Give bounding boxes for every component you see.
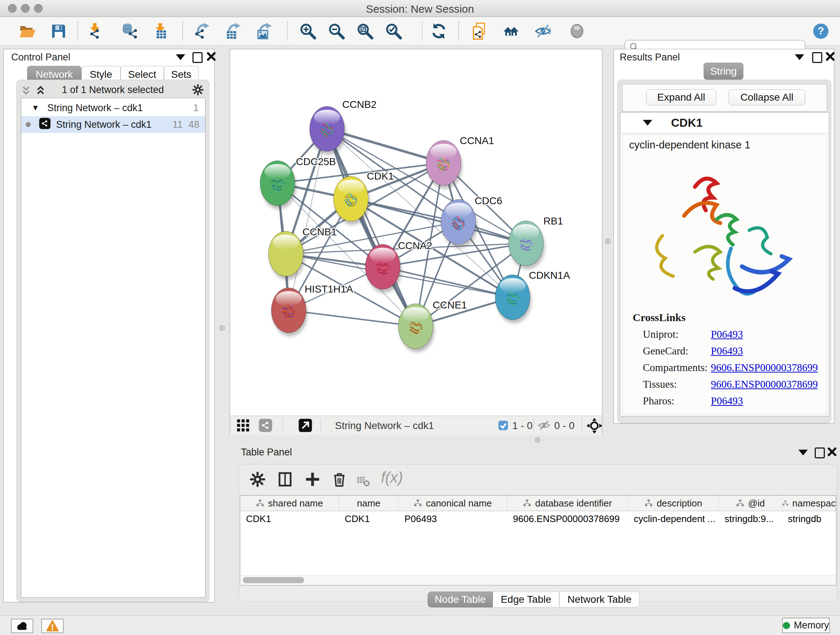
toolbar-separator [458,21,459,40]
import-table-button[interactable] [150,21,171,41]
network-canvas[interactable]: CCNB2CCNA1CDC25BCDK1CDC6RB1CCNB1CCNA2CDK… [230,49,602,415]
gear-icon[interactable] [249,471,266,489]
crosslinks-list: Uniprot:P06493GeneCard:P06493Compartment… [643,326,824,409]
toolbar-separator [287,21,287,40]
tab-network-table[interactable]: Network Table [559,592,639,608]
import-network-button[interactable] [85,21,105,41]
open-folder-button[interactable] [17,21,37,41]
table-cell[interactable]: P06493 [399,511,507,526]
table-cell[interactable]: stringdb [782,511,836,526]
panel-menu-caret-icon[interactable] [795,54,804,60]
network-collection-row[interactable]: ▼ String Network – cdk1 1 [21,100,205,116]
import-database-button[interactable] [120,21,141,41]
main-toolbar: ? [0,17,840,45]
panel-close-icon[interactable] [827,447,837,458]
panel-float-icon[interactable] [193,52,202,63]
help-button[interactable]: ? [811,21,831,41]
panel-float-icon[interactable] [815,448,825,458]
column-header-description[interactable]: description [628,496,719,511]
edge-CCNE1-HIST1H1A[interactable] [289,310,416,326]
homes-button[interactable] [502,21,522,41]
collapse-section-icon[interactable] [643,120,652,126]
crosslink-value-link[interactable]: P06493 [711,328,743,340]
node-CCNE1[interactable] [398,304,434,352]
zoom-out-button[interactable] [326,21,347,41]
protein-card-header[interactable]: CDK1 [621,112,829,133]
crosshair-icon[interactable] [586,417,603,435]
column-header-name[interactable]: name [339,496,399,511]
bottom-splitter-handle[interactable] [535,437,540,443]
network-list: ▼ String Network – cdk1 1 String Network… [21,98,205,598]
table-cell[interactable]: cyclin-dependent ... [628,511,719,526]
right-splitter-handle[interactable] [605,238,611,244]
memory-button[interactable]: Memory [782,618,830,633]
table-panel: Table Panel f(x) shared namenamecanonica… [228,442,840,616]
node-CCNA2[interactable] [365,244,401,293]
left-splitter-handle[interactable] [219,325,225,331]
zoom-fit-button[interactable] [355,21,375,41]
zoom-selected-button[interactable] [384,21,404,41]
panel-close-icon[interactable] [825,51,835,63]
node-CDC6[interactable] [441,200,477,248]
add-column-icon[interactable] [304,471,321,489]
network-row[interactable]: String Network – cdk1 11 48 [21,116,205,133]
edge-CCNB2-CCNE1[interactable] [327,129,416,326]
tab-string[interactable]: String [704,63,744,80]
gray-sphere-button[interactable] [567,21,587,41]
column-header-shared-name[interactable]: shared name [240,496,339,511]
warning-status-button[interactable] [41,619,64,633]
crosslink-value-link[interactable]: P06493 [711,345,743,357]
gear-icon[interactable] [192,84,204,97]
tree-expander-icon[interactable]: ▼ [32,103,39,112]
panel-menu-caret-icon[interactable] [798,450,808,455]
cloud-status-button[interactable] [11,619,33,633]
zoom-in-button[interactable] [298,21,318,41]
node-label-CDK1: CDK1 [367,171,394,182]
table-cell[interactable]: CDK1 [240,511,339,526]
node-label-CCNB1: CCNB1 [302,226,337,238]
node-CCNB1[interactable] [268,231,305,280]
column-header--id[interactable]: @id [719,496,782,511]
node-CDKN1A[interactable] [495,275,531,323]
node-RB1[interactable] [508,221,545,269]
crosslink-row: Compartments:9606.ENSP00000378699 [643,359,824,376]
network-share-icon[interactable] [258,418,273,434]
save-button[interactable] [49,21,69,41]
crosslink-value-link[interactable]: 9606.ENSP00000378699 [711,378,818,390]
node-HIST1H1A[interactable] [271,288,308,336]
node-table[interactable]: shared namenamecanonical namedatabase id… [240,495,836,585]
table-cell[interactable]: CDK1 [339,511,399,526]
table-cell[interactable]: stringdb:9... [719,511,782,526]
columns-icon[interactable] [277,471,294,489]
export-table-button[interactable] [223,21,243,41]
export-image-button[interactable] [254,21,275,41]
table-row[interactable]: CDK1CDK1P064939606.ENSP00000378699cyclin… [240,511,836,526]
column-header-namespac[interactable]: namespac [782,496,836,511]
collapse-all-button[interactable]: Collapse All [729,89,805,105]
expand-all-button[interactable]: Expand All [646,89,716,105]
refresh-button[interactable] [429,21,449,41]
node-CCNB2[interactable] [309,106,346,155]
birds-eye-view-icon[interactable] [236,418,250,434]
column-header-database-identifier[interactable]: database identifier [507,496,628,511]
document-share-button[interactable] [470,21,490,41]
panel-close-icon[interactable] [206,51,216,63]
export-network-button[interactable] [192,21,212,41]
node-CDK1[interactable] [333,176,370,225]
external-link-icon[interactable] [298,418,313,434]
table-cell[interactable]: 9606.ENSP00000378699 [507,511,628,526]
network-view[interactable]: CCNB2CCNA1CDC25BCDK1CDC6RB1CCNB1CCNA2CDK… [230,49,602,435]
delete-column-icon[interactable] [331,471,347,489]
selected-checkbox-icon[interactable] [498,420,508,432]
tab-edge-table[interactable]: Edge Table [493,592,559,608]
tab-node-table[interactable]: Node Table [428,592,493,608]
horizontal-scrollbar[interactable] [240,575,836,585]
panel-float-icon[interactable] [812,52,822,63]
panel-menu-caret-icon[interactable] [176,54,185,60]
column-header-canonical-name[interactable]: canonical name [399,496,507,511]
table-panel-title: Table Panel [241,447,292,458]
eye-slash-button[interactable] [533,21,553,41]
scrollbar-thumb[interactable] [243,577,304,583]
crosslink-value-link[interactable]: 9606.ENSP00000378699 [711,362,818,374]
crosslink-value-link[interactable]: P06493 [711,395,743,407]
